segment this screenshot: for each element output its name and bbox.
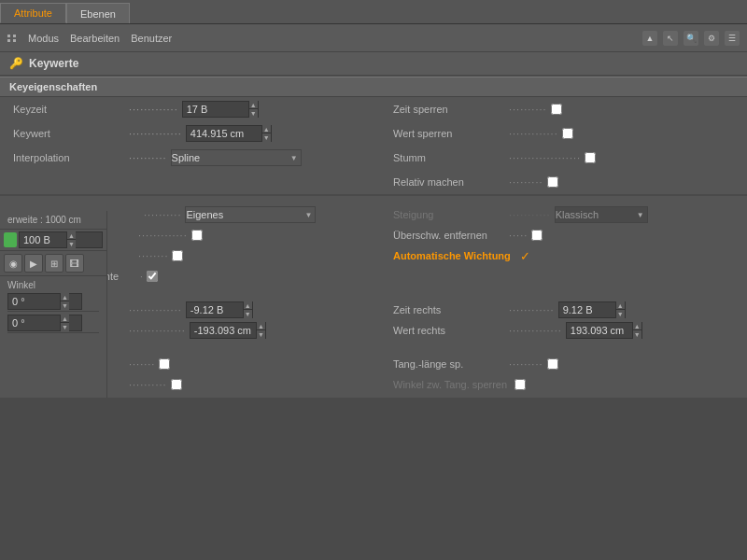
ueberschw-checkbox[interactable] [531, 230, 543, 241]
keywert-down[interactable]: ▼ [261, 133, 271, 142]
winkel-zw-tang-row: Winkel zw. Tang. sperren [374, 375, 734, 394]
tang-winkel-sp-checkbox[interactable] [159, 358, 170, 370]
zeit-sperren-row: Zeit sperren ·········· [374, 100, 734, 119]
toolbar: Modus Bearbeiten Benutzer ▲ ↖ 🔍 ⚙ ☰ [0, 24, 747, 52]
winkel2-down[interactable]: ▼ [60, 323, 69, 331]
keyzeit-row: Keyzeit ············· ▲ ▼ [13, 100, 373, 119]
tang-laenge-sp-row: Tang.-länge sp. ········· [374, 355, 734, 373]
zeit-sperren-checkbox[interactable] [551, 104, 562, 115]
winkel-input-1[interactable]: ▲ ▼ [7, 293, 82, 310]
wert-sperren-checkbox[interactable] [562, 128, 573, 139]
winkel-label: Winkel [7, 280, 99, 290]
steigung-select-wrapper[interactable]: Klassisch [555, 206, 648, 223]
keyzeit-down[interactable]: ▼ [248, 109, 258, 118]
bottom-value-row: ▲ ▼ [0, 230, 106, 251]
keyzeit-input[interactable]: ▲ ▼ [182, 101, 259, 118]
bottom-value-up[interactable]: ▲ [66, 231, 76, 240]
interpolation-row: Interpolation ·········· Spline [13, 148, 373, 167]
wert-links-up[interactable]: ▲ [256, 322, 265, 330]
key-preset-select[interactable]: Eigenes [185, 206, 316, 223]
tool-icons-row: ◉ ▶ ⊞ 🎞 [0, 251, 106, 276]
toolbar-icon-settings[interactable]: ⚙ [704, 31, 719, 46]
auto-wichtung-label: Automatische Wichtung [393, 250, 511, 261]
winkel-input-2[interactable]: ▲ ▼ [7, 315, 82, 331]
keywert-up[interactable]: ▲ [261, 125, 271, 133]
wert-rechts-down[interactable]: ▼ [632, 330, 641, 339]
keywert-row: Keywert ·············· ▲ ▼ [13, 124, 373, 143]
section-keywerte-header: 🔑 Keywerte [0, 52, 747, 75]
zeit-links-up[interactable]: ▲ [243, 301, 252, 310]
stumm-label: Stumm [393, 152, 505, 163]
tangent-values-section: Zeit links ·············· ▲ ▼ Zeit recht… [0, 297, 747, 345]
zeit-sperren-label: Zeit sperren [393, 104, 505, 115]
relativ-machen-row: Relativ machen ········· [374, 173, 734, 191]
keywert-input[interactable]: ▲ ▼ [186, 125, 272, 142]
wert-sperren-label: Wert sperren [393, 128, 505, 139]
section-keywerte-title: Keywerte [29, 57, 78, 70]
bottom-value-down[interactable]: ▼ [66, 240, 76, 248]
tool-icon-circle[interactable]: ◉ [4, 254, 22, 273]
toolbar-icon-menu[interactable]: ☰ [725, 31, 740, 46]
toolbar-icon-search[interactable]: 🔍 [684, 31, 698, 46]
stumm-checkbox[interactable] [585, 152, 596, 163]
key-preset-select-wrapper[interactable]: Eigenes [185, 206, 316, 223]
main-panel: Attribute Ebenen Modus Bearbeiten Benutz… [0, 0, 747, 398]
tool-icon-play[interactable]: ▶ [24, 254, 43, 273]
tab-ebenen[interactable]: Ebenen [66, 3, 130, 23]
winkel-input-row-1: ▲ ▼ [7, 292, 99, 312]
wert-rechts-label: Wert rechts [393, 325, 505, 336]
interpolation-select-wrapper[interactable]: Spline [171, 149, 302, 166]
stumm-row: Stumm ··················· [374, 148, 734, 167]
keywert-label: Keywert [13, 128, 125, 139]
toolbar-benutzer[interactable]: Benutzer [131, 33, 172, 44]
abschneiden-checkbox[interactable] [172, 250, 183, 261]
key-preset-section: ▼ Key-Preset ·········· Eigenes Steigung… [0, 202, 747, 291]
relativ-machen-checkbox[interactable] [547, 176, 558, 188]
toolbar-modus[interactable]: Modus [28, 33, 59, 44]
tangente-br-checkbox[interactable] [171, 379, 182, 390]
zeit-rechts-row: Zeit rechts ············ ▲ ▼ [374, 301, 734, 319]
steigung-label: Steigung [393, 209, 505, 220]
tool-icon-grid[interactable]: ⊞ [45, 254, 63, 273]
zeit-rechts-input[interactable]: ▲ ▼ [558, 301, 626, 318]
toolbar-icon-cursor[interactable]: ↖ [663, 31, 678, 46]
wert-rechts-row: Wert rechts ·············· ▲ ▼ [374, 321, 734, 340]
toolbar-bearbeiten[interactable]: Bearbeiten [70, 33, 120, 44]
auto-wichtung-checkmark: ✓ [520, 249, 530, 263]
green-bar-indicator [4, 232, 17, 247]
auto-tang-checkbox[interactable] [191, 230, 203, 241]
interpolation-select[interactable]: Spline [171, 149, 302, 166]
keyeigenschaften-header: Keyeigenschaften [0, 77, 747, 97]
zeit-links-input[interactable]: ▲ ▼ [186, 301, 253, 318]
keywerte-icon: 🔑 [9, 57, 23, 70]
tang-laenge-sp-label: Tang.-länge sp. [393, 358, 505, 370]
wert-rechts-input[interactable]: ▲ ▼ [566, 322, 642, 339]
ueberschw-row: Überschw. entfernen ····· [374, 226, 734, 245]
wert-sperren-row: Wert sperren ············· [374, 124, 734, 143]
zeit-rechts-down[interactable]: ▼ [615, 310, 625, 318]
winkel-zw-tang-checkbox[interactable] [514, 379, 526, 390]
steigung-row: Steigung ··········· Klassisch [374, 205, 734, 224]
gewichtete-tangente-checkbox[interactable] [147, 271, 158, 282]
wert-rechts-up[interactable]: ▲ [632, 322, 641, 330]
winkel2-up[interactable]: ▲ [60, 315, 69, 323]
toolbar-icon-arrow[interactable]: ▲ [642, 31, 657, 46]
erweiterweite-display: erweite : 1000 cm [0, 211, 106, 230]
keyzeit-label: Keyzeit [13, 104, 125, 115]
keyzeit-up[interactable]: ▲ [248, 101, 258, 109]
zeit-rechts-label: Zeit rechts [393, 304, 505, 315]
steigung-select[interactable]: Klassisch [555, 206, 648, 223]
tang-laenge-sp-checkbox[interactable] [547, 358, 558, 370]
wert-links-input[interactable]: ▲ ▼ [190, 322, 266, 339]
winkel1-up[interactable]: ▲ [60, 293, 69, 301]
bottom-value-input[interactable]: ▲ ▼ [19, 231, 103, 248]
zeit-rechts-up[interactable]: ▲ [615, 301, 625, 310]
tab-attribute[interactable]: Attribute [0, 3, 66, 23]
tool-icon-film[interactable]: 🎞 [65, 254, 84, 273]
winkel1-down[interactable]: ▼ [60, 301, 69, 310]
keyeigenschaften-section: Keyeigenschaften Keyzeit ············· ▲… [0, 77, 747, 194]
wert-links-down[interactable]: ▼ [256, 330, 265, 339]
zeit-links-down[interactable]: ▼ [243, 310, 252, 318]
toolbar-right-icons: ▲ ↖ 🔍 ⚙ ☰ [642, 31, 740, 46]
tang-options-section: Tang.-winkel sp. ······· Tang.-länge sp.… [0, 351, 747, 398]
